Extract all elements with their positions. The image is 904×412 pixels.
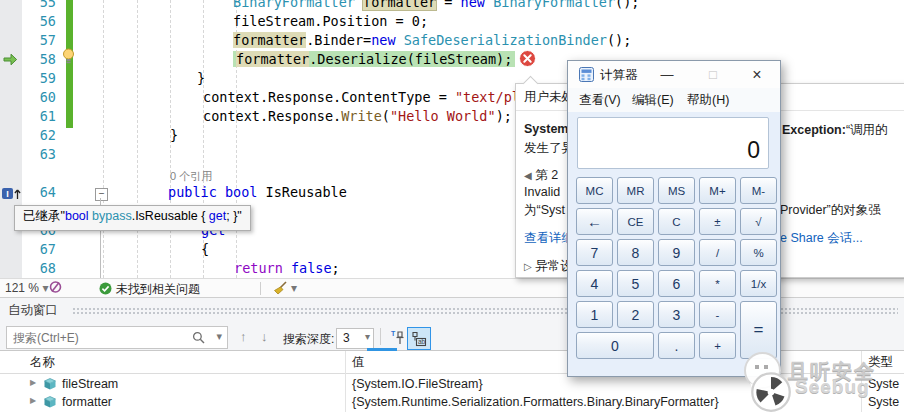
table-row[interactable]: ▶fileStream{System.IO.FileStream}Syste [0, 376, 904, 394]
inner-exception-message-right: Provider”的对象强 [780, 202, 881, 219]
exception-settings-expander[interactable]: ▷ 异常设 [524, 258, 573, 275]
calculator-menubar: 查看(V) 编辑(E) 帮助(H) [568, 88, 780, 112]
menu-edit[interactable]: 编辑(E) [632, 92, 674, 109]
expander-icon[interactable]: ▶ [30, 396, 36, 405]
table-row[interactable]: ▶formatter{System.Runtime.Serialization.… [0, 394, 904, 412]
code-line[interactable]: 57formatter.Binder=new SafeDeserializati… [0, 32, 904, 51]
calc-key-%[interactable]: % [740, 239, 777, 266]
line-number: 62 [0, 127, 56, 143]
calc-key-√[interactable]: √ [740, 208, 777, 235]
calc-key-*[interactable]: * [699, 270, 736, 297]
calculator-keypad: MCMRMSM+M-←CEC±√789/%456*1/x123-=0.+ [576, 177, 777, 359]
search-box[interactable]: ▾ [6, 326, 228, 349]
calculator-titlebar[interactable]: 计算器 — □ × [568, 61, 780, 88]
column-header-value: 值 [352, 351, 365, 373]
calculator-title: 计算器 [600, 67, 638, 84]
expander-closed-icon[interactable]: ▷ [524, 261, 532, 272]
line-number: 67 [0, 241, 56, 257]
expander-icon[interactable]: ▶ [30, 378, 36, 387]
calculator-window[interactable]: 计算器 — □ × 查看(V) 编辑(E) 帮助(H) 0 MCMRMSM+M-… [567, 60, 781, 377]
collapse-toggle[interactable]: – [95, 188, 108, 201]
variable-name[interactable]: fileStream [62, 377, 118, 391]
search-prev-button[interactable]: ↑ [240, 329, 247, 344]
calc-key-2[interactable]: 2 [617, 301, 654, 328]
line-number: 57 [0, 32, 56, 48]
live-share-link[interactable]: e Share 会话... [780, 230, 863, 247]
calc-key-1/x[interactable]: 1/x [740, 270, 777, 297]
search-next-button[interactable]: ↓ [261, 329, 268, 344]
inner-exception-nav[interactable]: ◀ 第 2 [524, 167, 562, 184]
search-input[interactable] [11, 328, 193, 347]
caret-down-icon: ▾ [42, 281, 48, 295]
code-text: } [170, 127, 178, 143]
nav-left-icon[interactable]: ◀ [524, 170, 532, 181]
caret-down-icon[interactable]: ▾ [291, 281, 297, 295]
calc-key-M+[interactable]: M+ [699, 177, 736, 204]
inherited-member-icon[interactable]: I [2, 186, 22, 204]
calc-key-4[interactable]: 4 [576, 270, 613, 297]
calc-key-=[interactable]: = [740, 301, 777, 359]
inner-exception-message-left: 为“Syst [524, 202, 565, 219]
variable-name[interactable]: formatter [62, 395, 112, 409]
health-check-icon[interactable] [99, 282, 112, 298]
code-line[interactable]: 55BinaryFormatter formatter = new Binary… [0, 0, 904, 13]
calc-key-MR[interactable]: MR [617, 177, 654, 204]
calc-key-9[interactable]: 9 [658, 239, 695, 266]
calc-key-0[interactable]: 0 [576, 332, 654, 359]
variable-icon [44, 396, 56, 411]
minimize-button[interactable]: — [646, 61, 688, 88]
calc-key-M-[interactable]: M- [740, 177, 777, 204]
svg-text:I: I [6, 189, 9, 199]
calc-key-/[interactable]: / [699, 239, 736, 266]
codelens-health-icon[interactable] [49, 280, 62, 297]
calc-key-±[interactable]: ± [699, 208, 736, 235]
svg-text:ab: ab [418, 338, 426, 345]
calc-key-C[interactable]: C [658, 208, 695, 235]
variable-type: Syste [868, 377, 904, 391]
calc-key-6[interactable]: 6 [658, 270, 695, 297]
variable-value[interactable]: {System.IO.FileStream} [352, 377, 483, 391]
status-message[interactable]: 未找到相关问题 [116, 281, 200, 298]
calc-key-MS[interactable]: MS [658, 177, 695, 204]
separator [380, 328, 381, 345]
code-text: { [201, 241, 209, 257]
horizontal-scrollbar-thumb[interactable] [367, 348, 397, 351]
variable-value[interactable]: {System.Runtime.Serialization.Formatters… [352, 395, 719, 409]
calculator-icon [579, 67, 594, 86]
line-number: 63 [0, 146, 56, 162]
search-depth-select[interactable]: 3 ▾ [336, 328, 374, 349]
calc-key-3[interactable]: 3 [658, 301, 695, 328]
column-header-name: 名称 [30, 351, 55, 373]
show-values-inline-icon[interactable]: ab [407, 327, 431, 350]
zoom-level-dropdown[interactable]: 121 % ▾ [5, 281, 48, 295]
lightbulb-icon[interactable] [61, 48, 76, 69]
line-number: 61 [0, 108, 56, 124]
close-button[interactable]: × [736, 61, 778, 88]
current-statement-arrow-icon [3, 52, 18, 70]
variable-icon [44, 378, 56, 393]
calc-key-+[interactable]: + [699, 332, 736, 359]
code-text: } [197, 70, 205, 86]
calc-key-7[interactable]: 7 [576, 239, 613, 266]
line-number: 56 [0, 13, 56, 29]
calc-key-CE[interactable]: CE [617, 208, 654, 235]
calc-key-.[interactable]: . [658, 332, 695, 359]
menu-view[interactable]: 查看(V) [579, 92, 621, 109]
autos-window-title[interactable]: 自动窗口 [8, 302, 58, 319]
code-line[interactable]: 56fileStream.Position = 0; [0, 13, 904, 32]
calc-key-←[interactable]: ← [576, 208, 613, 235]
calc-key--[interactable]: - [699, 301, 736, 328]
calculator-display: 0 [577, 117, 769, 169]
maximize-button[interactable]: □ [692, 61, 734, 88]
search-icon[interactable] [192, 330, 205, 348]
calc-key-MC[interactable]: MC [576, 177, 613, 204]
code-text: return false; [234, 260, 340, 276]
code-text: fileStream.Position = 0; [233, 13, 428, 29]
calc-key-5[interactable]: 5 [617, 270, 654, 297]
menu-help[interactable]: 帮助(H) [687, 92, 729, 109]
pin-to-source-icon[interactable]: T [386, 327, 408, 348]
calc-key-1[interactable]: 1 [576, 301, 613, 328]
caret-down-icon[interactable]: ▾ [216, 330, 222, 343]
error-badge-icon[interactable] [519, 50, 536, 71]
calc-key-8[interactable]: 8 [617, 239, 654, 266]
